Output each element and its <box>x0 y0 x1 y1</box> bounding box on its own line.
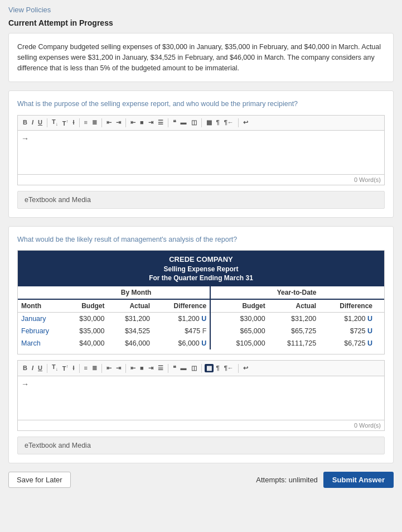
para-rtl-btn-2[interactable]: ¶← <box>222 364 235 372</box>
question1-card: What is the purpose of the selling expen… <box>8 90 394 218</box>
col-ytd-budget: Budget <box>217 299 268 313</box>
table-row-january: January $30,000 $31,200 $1,200 U $30,000… <box>18 313 384 325</box>
blockquote-btn[interactable]: ❝ <box>171 118 178 127</box>
scenario-card: Crede Company budgeted selling expenses … <box>8 33 394 82</box>
underline-btn-2[interactable]: U <box>36 364 44 372</box>
february-diff: $475 F <box>153 325 210 337</box>
bullet-list-btn[interactable]: ≡ <box>83 118 89 127</box>
editor2-footer: 0 Word(s) <box>17 420 385 431</box>
period-row: For the Quarter Ending March 31 <box>18 274 384 286</box>
superscript-btn[interactable]: T↑ <box>61 118 70 128</box>
table-row-march: March $40,000 $46,000 $6,000 U $105,000 … <box>18 337 384 349</box>
february-ytd-budget: $65,000 <box>217 325 268 337</box>
question2-card: What would be the likely result of manag… <box>8 226 394 463</box>
editor1-arrow: → <box>21 134 29 143</box>
sep6-2 <box>201 364 202 373</box>
sep7-2 <box>238 364 239 373</box>
strikethrough-btn-2[interactable]: I <box>71 364 76 372</box>
indent-btn[interactable]: ⇥ <box>114 118 123 127</box>
february-month: February <box>18 325 62 337</box>
view-policies-link[interactable]: View Policies <box>8 6 394 14</box>
selling-expense-table: CREDE COMPANY Selling Expense Report For… <box>18 251 384 354</box>
underline-btn[interactable]: U <box>36 118 44 127</box>
col-header-row: Month Budget Actual Difference Budget Ac… <box>18 299 384 313</box>
etextbook-bar-2: eTextbook and Media <box>17 437 385 454</box>
subscript-btn[interactable]: T↓ <box>50 118 60 128</box>
outdent-btn-2[interactable]: ⇤ <box>105 364 113 372</box>
bullet-list-btn-2[interactable]: ≡ <box>83 364 89 372</box>
february-ytd-diff: $725 U <box>319 325 376 337</box>
question1-text: What is the purpose of the selling expen… <box>17 99 385 109</box>
sep1 <box>47 118 47 127</box>
align-center-btn-2[interactable]: ■ <box>138 364 146 372</box>
sep2-2 <box>79 364 80 373</box>
undo-btn[interactable]: ↩ <box>241 118 250 127</box>
align-left-btn[interactable]: ⇤ <box>129 118 137 127</box>
col-budget: Budget <box>62 299 108 313</box>
editor2-toolbar: B I U T↓ T↑ I ≡ ≣ ⇤ ⇥ ⇤ ■ ⇥ ☰ ❝ ▬ ◫ ▦ ¶ … <box>17 360 385 375</box>
blockquote-btn-2[interactable]: ❝ <box>171 364 178 372</box>
editor2-arrow: → <box>21 380 29 389</box>
january-budget: $30,000 <box>62 313 108 325</box>
report-title: Selling Expense Report <box>18 265 384 274</box>
undo-btn-2[interactable]: ↩ <box>241 364 250 372</box>
bold-btn-2[interactable]: B <box>21 364 29 372</box>
editor1-footer: 0 Word(s) <box>17 175 385 185</box>
para-btn[interactable]: ¶ <box>215 118 221 127</box>
ytd-header: Year-to-Date <box>217 286 376 299</box>
bottom-bar: Save for Later Attempts: unlimited Submi… <box>8 472 394 488</box>
etextbook-bar-1: eTextbook and Media <box>17 191 385 209</box>
february-budget: $35,000 <box>62 325 108 337</box>
sep1-2 <box>47 364 47 373</box>
table-btn[interactable]: ◫ <box>190 118 198 127</box>
italic-btn-2[interactable]: I <box>30 364 35 372</box>
special-btn-2[interactable]: ▦ <box>205 364 214 372</box>
special-btn[interactable]: ▦ <box>205 118 214 127</box>
italic-btn[interactable]: I <box>30 118 35 127</box>
bold-btn[interactable]: B <box>21 118 29 127</box>
superscript-btn-2[interactable]: T↑ <box>61 363 70 373</box>
editor1-area[interactable]: → <box>17 130 385 175</box>
justify-btn-2[interactable]: ☰ <box>156 364 165 372</box>
align-right-btn[interactable]: ⇥ <box>147 118 155 127</box>
by-month-header: By Month <box>62 286 210 299</box>
save-later-button[interactable]: Save for Later <box>8 472 71 488</box>
march-u: U <box>201 339 206 347</box>
align-center-btn[interactable]: ■ <box>138 118 146 127</box>
editor2-word-count: 0 Word(s) <box>354 422 381 429</box>
col-month: Month <box>18 299 62 313</box>
indent-btn-2[interactable]: ⇥ <box>114 364 123 372</box>
scenario-text: Crede Company budgeted selling expenses … <box>17 42 385 73</box>
march-actual: $46,000 <box>108 337 154 349</box>
divider-btn-2[interactable]: ▬ <box>179 364 188 372</box>
march-ytd-diff: $6,725 U <box>319 337 376 349</box>
outdent-btn[interactable]: ⇤ <box>105 118 113 127</box>
march-month: March <box>18 337 62 349</box>
numbered-list-btn-2[interactable]: ≣ <box>90 364 99 372</box>
submit-answer-button[interactable]: Submit Answer <box>323 472 394 488</box>
january-diff: $1,200 U <box>153 313 210 325</box>
february-actual: $34,525 <box>108 325 154 337</box>
current-attempt-label: Current Attempt in Progress <box>8 18 394 27</box>
editor1-word-count: 0 Word(s) <box>354 176 381 183</box>
justify-btn[interactable]: ☰ <box>156 118 165 127</box>
sep2 <box>79 118 80 127</box>
selling-expense-table-wrapper: CREDE COMPANY Selling Expense Report For… <box>17 250 385 354</box>
numbered-list-btn[interactable]: ≣ <box>90 118 99 127</box>
editor2-area[interactable]: → <box>17 376 385 420</box>
sep3 <box>101 118 102 127</box>
february-f: F <box>202 327 207 335</box>
divider-btn[interactable]: ▬ <box>179 118 188 127</box>
strikethrough-btn[interactable]: I <box>71 118 76 127</box>
sep4-2 <box>125 364 126 373</box>
period: For the Quarter Ending March 31 <box>18 274 384 286</box>
para-btn-2[interactable]: ¶ <box>215 364 221 372</box>
january-month: January <box>18 313 62 325</box>
align-right-btn-2[interactable]: ⇥ <box>147 364 155 372</box>
march-budget: $40,000 <box>62 337 108 349</box>
table-btn-2[interactable]: ◫ <box>190 364 198 372</box>
subscript-btn-2[interactable]: T↓ <box>50 363 60 373</box>
para-rtl-btn[interactable]: ¶← <box>222 118 235 127</box>
align-left-btn-2[interactable]: ⇤ <box>129 364 137 372</box>
sep5-2 <box>168 364 168 373</box>
